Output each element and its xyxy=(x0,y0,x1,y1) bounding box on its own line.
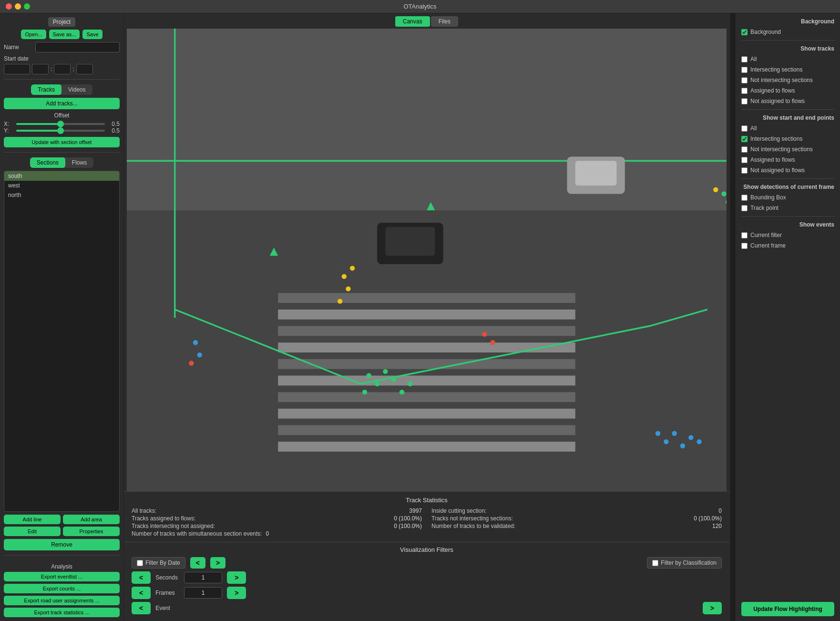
frames-input[interactable] xyxy=(184,587,222,599)
filter-by-date-checkbox[interactable] xyxy=(137,560,143,566)
name-input[interactable] xyxy=(35,42,120,52)
tab-canvas[interactable]: Canvas xyxy=(395,16,430,27)
svg-point-21 xyxy=(383,369,388,374)
svg-rect-9 xyxy=(278,392,575,402)
edit-button[interactable]: Edit xyxy=(4,527,61,536)
update-flow-button[interactable]: Update Flow Highlighting xyxy=(741,602,834,616)
properties-button[interactable]: Properties xyxy=(63,527,120,536)
start-not-intersecting-checkbox[interactable] xyxy=(741,146,748,153)
title-bar: OTAnalytics xyxy=(0,0,840,13)
x-slider[interactable] xyxy=(16,123,105,125)
current-filter-checkbox[interactable] xyxy=(741,232,748,238)
assigned-label: Tracks assigned to flows: xyxy=(132,515,195,522)
svg-rect-7 xyxy=(278,359,575,369)
event-next-btn[interactable]: > xyxy=(703,602,722,614)
svg-point-34 xyxy=(688,435,693,440)
svg-rect-12 xyxy=(278,442,575,452)
add-tracks-button[interactable]: Add tracks... xyxy=(4,98,120,109)
canvas-viewport[interactable] xyxy=(127,29,727,491)
tracks-all-checkbox[interactable] xyxy=(741,56,748,62)
background-checkbox[interactable] xyxy=(741,29,748,35)
y-slider[interactable] xyxy=(16,130,105,132)
filter-by-date-toggle[interactable]: Filter By Date xyxy=(132,557,185,569)
tab-tracks[interactable]: Tracks xyxy=(31,84,61,95)
start-all-checkbox[interactable] xyxy=(741,125,748,132)
stats-panel: Track Statistics All tracks: 3997 Inside… xyxy=(124,491,729,542)
export-eventlist-button[interactable]: Export eventlist ... xyxy=(4,572,120,581)
section-item-west[interactable]: west xyxy=(4,181,119,190)
svg-point-23 xyxy=(391,377,396,382)
start-hour-input[interactable] xyxy=(32,64,49,74)
start-not-assigned-checkbox[interactable] xyxy=(741,167,748,174)
inside-value: 0 xyxy=(718,507,722,514)
seconds-prev-btn[interactable]: < xyxy=(132,571,151,584)
export-counts-button[interactable]: Export counts ... xyxy=(4,584,120,593)
background-section-title: Background xyxy=(741,18,834,25)
minimize-icon[interactable] xyxy=(15,3,21,10)
start-minute-input[interactable] xyxy=(54,64,71,74)
start-intersecting-checkbox[interactable] xyxy=(741,136,748,142)
svg-rect-5 xyxy=(278,326,575,336)
filter-by-class-toggle[interactable]: Filter by Classification xyxy=(647,557,722,569)
tab-sections[interactable]: Sections xyxy=(30,157,65,168)
tracks-not-assigned-label: Not assigned to flows xyxy=(750,98,805,104)
tracks-not-assigned-checkbox[interactable] xyxy=(741,98,748,104)
start-assigned-label: Assigned to flows xyxy=(750,156,795,163)
section-item-north[interactable]: north xyxy=(4,190,119,200)
viz-title: Visualization Filters xyxy=(132,546,722,553)
remove-button[interactable]: Remove xyxy=(4,539,120,550)
svg-point-41 xyxy=(197,352,202,357)
traffic-lights xyxy=(6,3,30,10)
save-as-button[interactable]: Save as... xyxy=(49,30,80,39)
x-label: X: xyxy=(4,121,13,127)
seconds-next-btn[interactable]: > xyxy=(227,571,246,584)
all-tracks-label: All tracks: xyxy=(132,507,156,514)
close-icon[interactable] xyxy=(6,3,12,10)
save-button[interactable]: Save xyxy=(82,30,102,39)
date-next-btn[interactable]: > xyxy=(210,557,225,569)
open-button[interactable]: Open... xyxy=(21,30,46,39)
frames-prev-btn[interactable]: < xyxy=(132,587,151,599)
svg-rect-6 xyxy=(278,342,575,352)
start-second-input[interactable] xyxy=(76,64,93,74)
tab-flows[interactable]: Flows xyxy=(65,157,93,168)
tab-videos[interactable]: Videos xyxy=(61,84,92,95)
track-point-checkbox[interactable] xyxy=(741,205,748,211)
tracks-intersecting-label: Intersecting sections xyxy=(750,66,802,73)
right-panel: Background Background Show tracks All In… xyxy=(735,13,840,621)
tracks-intersecting-checkbox[interactable] xyxy=(741,67,748,73)
svg-rect-10 xyxy=(278,409,575,419)
tracks-not-intersecting-checkbox[interactable] xyxy=(741,77,748,83)
svg-point-25 xyxy=(408,382,412,386)
bounding-box-checkbox[interactable] xyxy=(741,195,748,201)
scroll-track[interactable] xyxy=(729,13,735,621)
start-assigned-checkbox[interactable] xyxy=(741,157,748,163)
bounding-box-label: Bounding Box xyxy=(750,194,786,201)
seconds-input[interactable] xyxy=(184,572,222,583)
update-offset-button[interactable]: Update with section offset xyxy=(4,137,120,147)
svg-point-37 xyxy=(490,340,495,345)
tab-files[interactable]: Files xyxy=(431,16,458,27)
maximize-icon[interactable] xyxy=(24,3,30,10)
filter-by-class-checkbox[interactable] xyxy=(652,560,658,566)
add-line-button[interactable]: Add line xyxy=(4,515,61,524)
intersecting-label: Tracks intersecting not assigned: xyxy=(132,523,215,529)
svg-point-19 xyxy=(367,373,371,378)
start-date-input[interactable] xyxy=(4,64,30,74)
svg-point-32 xyxy=(672,431,676,436)
export-road-user-button[interactable]: Export road user assignments ... xyxy=(4,596,120,605)
svg-point-22 xyxy=(362,390,367,394)
tracks-assigned-checkbox[interactable] xyxy=(741,88,748,94)
add-area-button[interactable]: Add area xyxy=(63,515,120,524)
section-item-south[interactable]: south xyxy=(4,171,119,181)
date-prev-btn[interactable]: < xyxy=(190,557,205,569)
start-intersecting-label: Intersecting sections xyxy=(750,135,802,142)
export-track-stats-button[interactable]: Export track statistics ... xyxy=(4,608,120,617)
svg-rect-18 xyxy=(575,161,617,186)
not-intersecting-label: Tracks not intersecting sections: xyxy=(431,515,513,522)
simultaneous-label: Number of tracks with simultaneous secti… xyxy=(132,530,262,537)
event-prev-btn[interactable]: < xyxy=(132,602,151,614)
current-frame-checkbox[interactable] xyxy=(741,243,748,249)
frames-next-btn[interactable]: > xyxy=(227,587,246,599)
intersecting-value: 0 (100.0%) xyxy=(394,523,422,529)
